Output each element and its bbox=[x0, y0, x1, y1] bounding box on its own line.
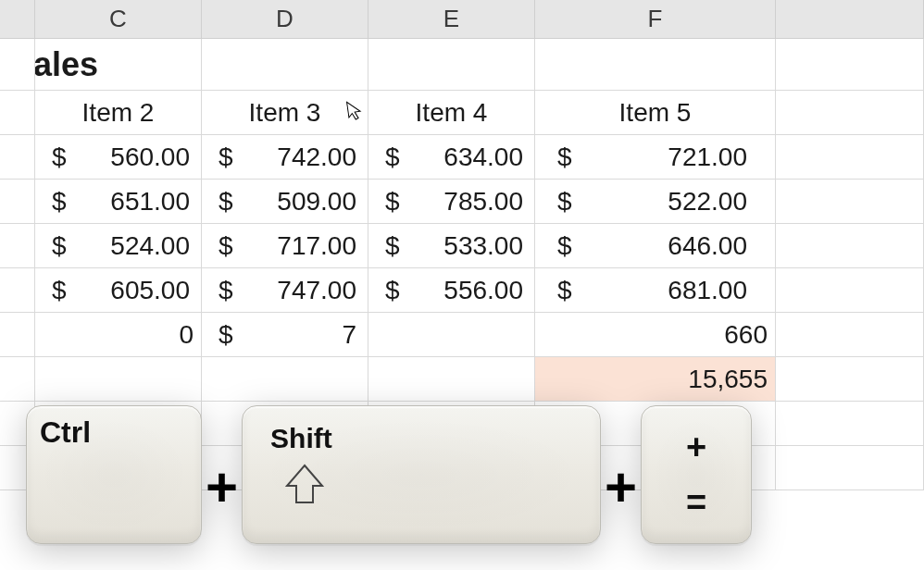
dollar-sign-icon: $ bbox=[385, 231, 400, 261]
cell[interactable] bbox=[202, 39, 368, 91]
total-value: 15,655 bbox=[688, 365, 768, 394]
cell-D[interactable]: $509.00 bbox=[202, 180, 368, 224]
cell[interactable] bbox=[368, 39, 535, 91]
dollar-sign-icon: $ bbox=[219, 187, 233, 217]
title-text: Sales bbox=[35, 45, 98, 84]
row-stub bbox=[0, 224, 35, 268]
shift-arrow-icon bbox=[280, 460, 576, 514]
cell-D[interactable]: $7 bbox=[202, 313, 368, 357]
cell-value: 7 bbox=[342, 320, 356, 350]
column-header-row: C D E F bbox=[0, 0, 924, 39]
keyboard-shortcut-overlay: Ctrl + Shift + + = bbox=[26, 405, 752, 544]
cell[interactable] bbox=[776, 268, 924, 313]
dollar-sign-icon: $ bbox=[385, 187, 400, 217]
ctrl-key-label: Ctrl bbox=[40, 415, 188, 450]
cell-value: 605.00 bbox=[110, 276, 190, 305]
header-stub bbox=[0, 0, 35, 38]
row-stub bbox=[0, 39, 35, 91]
row-stub bbox=[0, 357, 35, 402]
header-row: Item 2 Item 3 Item 4 Item 5 bbox=[0, 91, 924, 135]
row-stub bbox=[0, 91, 35, 135]
dollar-sign-icon: $ bbox=[52, 231, 67, 261]
cell-value: 524.00 bbox=[110, 231, 190, 261]
cell-E[interactable]: $533.00 bbox=[368, 224, 535, 268]
cell-C[interactable]: $651.00 bbox=[35, 180, 202, 224]
cell-E[interactable]: $634.00 bbox=[368, 135, 535, 180]
cell-F[interactable]: 660 bbox=[535, 313, 776, 357]
cell[interactable] bbox=[368, 357, 535, 402]
dollar-sign-icon: $ bbox=[52, 276, 67, 305]
row-stub bbox=[0, 135, 35, 180]
cell-value: 742.00 bbox=[277, 142, 356, 172]
row-stub bbox=[0, 180, 35, 224]
column-header-E[interactable]: E bbox=[368, 0, 535, 38]
cell-value: 660 bbox=[724, 320, 768, 350]
cell-E[interactable]: $785.00 bbox=[368, 180, 535, 224]
cell-C[interactable]: 0 bbox=[35, 313, 202, 357]
cell[interactable] bbox=[776, 135, 924, 180]
plus-symbol: + bbox=[686, 429, 706, 465]
total-cell[interactable]: 15,655 bbox=[535, 357, 776, 402]
shift-key: Shift bbox=[242, 405, 601, 544]
row-stub bbox=[0, 268, 35, 313]
dollar-sign-icon: $ bbox=[219, 320, 233, 350]
cell-value: 681.00 bbox=[668, 276, 747, 305]
cell[interactable] bbox=[776, 180, 924, 224]
cell[interactable] bbox=[35, 357, 202, 402]
column-header-F[interactable]: F bbox=[535, 0, 776, 38]
cell[interactable] bbox=[776, 91, 924, 135]
cell[interactable] bbox=[776, 357, 924, 402]
dollar-sign-icon: $ bbox=[219, 231, 233, 261]
cell[interactable] bbox=[776, 39, 924, 91]
cell-F[interactable]: $681.00 bbox=[535, 268, 776, 313]
column-header-D[interactable]: D bbox=[202, 0, 368, 38]
header-item-2[interactable]: Item 2 bbox=[35, 91, 202, 135]
cell-F[interactable]: $522.00 bbox=[535, 180, 776, 224]
cell[interactable] bbox=[776, 313, 924, 357]
cell-value: 560.00 bbox=[110, 142, 190, 172]
dollar-sign-icon: $ bbox=[385, 142, 400, 172]
ctrl-key: Ctrl bbox=[26, 405, 202, 544]
table-row: $524.00 $717.00 $533.00 $646.00 bbox=[0, 224, 924, 268]
cell[interactable] bbox=[776, 224, 924, 268]
header-item-5[interactable]: Item 5 bbox=[535, 91, 776, 135]
table-row: $605.00 $747.00 $556.00 $681.00 bbox=[0, 268, 924, 313]
cell-F[interactable]: $721.00 bbox=[535, 135, 776, 180]
cell-E[interactable]: $556.00 bbox=[368, 268, 535, 313]
cell-F[interactable]: $646.00 bbox=[535, 224, 776, 268]
dollar-sign-icon: $ bbox=[52, 187, 67, 217]
cell-value: 556.00 bbox=[443, 276, 523, 305]
cell-C[interactable]: $524.00 bbox=[35, 224, 202, 268]
cell[interactable] bbox=[535, 39, 776, 91]
table-row: $560.00 $742.00 $634.00 $721.00 bbox=[0, 135, 924, 180]
header-item-4[interactable]: Item 4 bbox=[368, 91, 535, 135]
plus-equals-key: + = bbox=[641, 405, 752, 544]
cell-D[interactable]: $747.00 bbox=[202, 268, 368, 313]
cell-C[interactable]: $605.00 bbox=[35, 268, 202, 313]
cell-value: 0 bbox=[179, 320, 194, 350]
cell[interactable] bbox=[202, 357, 368, 402]
dollar-sign-icon: $ bbox=[219, 142, 233, 172]
cell-value: 634.00 bbox=[443, 142, 523, 172]
cell-D[interactable]: $717.00 bbox=[202, 224, 368, 268]
shift-key-label: Shift bbox=[270, 423, 576, 454]
cell-E[interactable] bbox=[368, 313, 535, 357]
title-row: Sales bbox=[0, 39, 924, 91]
cell-value: 747.00 bbox=[277, 276, 356, 305]
cell-C[interactable]: $560.00 bbox=[35, 135, 202, 180]
column-header-G[interactable] bbox=[776, 0, 924, 38]
cell[interactable] bbox=[776, 402, 924, 446]
table-row: 0 $7 660 bbox=[0, 313, 924, 357]
dollar-sign-icon: $ bbox=[52, 142, 67, 172]
dollar-sign-icon: $ bbox=[557, 276, 572, 305]
header-item-3[interactable]: Item 3 bbox=[202, 91, 368, 135]
cell-D[interactable]: $742.00 bbox=[202, 135, 368, 180]
cell-value: 651.00 bbox=[110, 187, 190, 217]
dollar-sign-icon: $ bbox=[219, 276, 233, 305]
cell[interactable] bbox=[776, 446, 924, 490]
dollar-sign-icon: $ bbox=[557, 142, 572, 172]
equals-symbol: = bbox=[686, 485, 706, 520]
column-header-C[interactable]: C bbox=[35, 0, 202, 38]
title-cell[interactable]: Sales bbox=[35, 39, 202, 91]
total-row: 15,655 bbox=[0, 357, 924, 402]
